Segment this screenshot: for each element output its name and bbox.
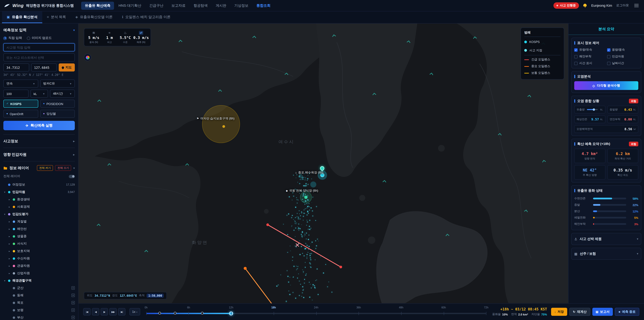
accident-name-input[interactable] [3, 43, 75, 51]
layer-item[interactable]: ▾ 해경관할구역 [3, 277, 75, 284]
main-menu-item[interactable]: 보고자료 [168, 2, 189, 10]
layer-visibility-toggle[interactable] [72, 308, 75, 312]
spill-type-select[interactable]: 연속▼ [3, 80, 38, 88]
model-chip[interactable]: ● 앙상블 [40, 110, 75, 118]
main-menu-item[interactable]: HNS·대기확산 [115, 2, 145, 10]
timeline-track[interactable] [146, 313, 486, 314]
caret-icon[interactable]: ▸ [8, 272, 11, 275]
layer-item[interactable]: ▸ 해안선 [3, 225, 75, 233]
analysis-tab[interactable]: ◈ 유출유확산모델 이론 [70, 12, 117, 23]
layer-item[interactable]: ▸ 계절별 [3, 218, 75, 225]
layer-item[interactable]: 부산 [3, 314, 75, 320]
footer-action-button[interactable]: ↓ 저장 [551, 308, 567, 316]
layer-visibility-toggle[interactable] [72, 294, 75, 297]
palette-button[interactable] [84, 54, 91, 61]
accident-list-input[interactable] [3, 53, 75, 61]
layer-item[interactable]: ▸ 수산자원 [3, 255, 75, 262]
duration-select[interactable]: 48시간▼ [50, 90, 75, 98]
playback-button[interactable]: ▶| [118, 308, 126, 315]
timeline-tick[interactable]: 36h [356, 306, 361, 309]
timeline-tick[interactable]: 48h [399, 306, 404, 309]
radio-direct-input[interactable]: 직접 입력 [3, 36, 22, 40]
layer-visibility-toggle[interactable] [72, 301, 75, 304]
caret-icon[interactable]: ▸ [8, 249, 11, 252]
playback-button[interactable]: ◀ [92, 308, 99, 315]
layers-all-off-button[interactable]: 전체 끄기 [55, 165, 71, 171]
layer-item[interactable]: ▸ 사회경제 [3, 203, 75, 210]
owner-insurance-section[interactable]: ▦ 선주 / 보험 ▾ [571, 248, 641, 260]
timeline-tick[interactable]: 24h [314, 306, 318, 309]
timeline-tick[interactable]: 0h [144, 306, 148, 309]
caret-icon[interactable]: ▾ [3, 279, 6, 282]
timeline-slider[interactable]: 0h 6h 12h 18h 24h 36h 48h 60h 72h [144, 306, 488, 317]
caret-icon[interactable]: ▸ [8, 227, 11, 230]
main-menu-item[interactable]: 항공탐색 [190, 2, 211, 10]
main-menu-item[interactable]: 유출유 확산예측 [81, 2, 114, 10]
spill-amount-input[interactable] [3, 90, 28, 98]
layer-item[interactable]: 보령 [3, 306, 75, 314]
display-checkbox[interactable]: 날짜시간 [607, 61, 638, 66]
caret-icon[interactable]: ▸ [8, 235, 11, 238]
caret-icon[interactable]: ▾ [3, 190, 6, 193]
layer-item[interactable]: ▸ 환경생태 [3, 196, 75, 203]
layer-item[interactable]: 어장정보 17,129 [3, 181, 75, 188]
main-menu-item[interactable]: 게시판 [212, 2, 230, 10]
layer-item[interactable]: ▾ 민감자원 3,947 [3, 188, 75, 196]
caret-icon[interactable]: ▸ [8, 257, 11, 260]
longitude-input[interactable] [31, 64, 57, 72]
left-sidebar[interactable]: 예측정보 입력 ▾ 직접 입력 이미지 업로드 지도 34° 43' 52.32… [0, 24, 78, 320]
timeline-tick[interactable]: 18h [271, 306, 276, 309]
layer-item[interactable]: ▸ 산업자원 [3, 269, 75, 277]
display-checkbox[interactable]: 민감자원 [607, 54, 638, 59]
footer-action-button[interactable]: ▤ 보고서 [592, 308, 613, 316]
layer-item[interactable]: ▸ 보호지역 [3, 247, 75, 255]
wetland-zone-label[interactable]: ⚑ 여자만 습지보호구역 (6h) [196, 116, 234, 121]
layer-item[interactable]: 군산 [3, 284, 75, 292]
caret-icon[interactable]: ▸ [8, 205, 11, 208]
logout-link[interactable]: 로그아웃 [616, 3, 629, 8]
layer-visibility-toggle[interactable] [72, 286, 75, 290]
chevron-down-icon[interactable]: ▾ [73, 28, 75, 32]
event-marker-icon[interactable] [174, 311, 176, 314]
chevron-down-icon[interactable]: ▾ [73, 166, 75, 170]
incident-status-badge[interactable]: 사고 진행중 [554, 2, 579, 9]
beach-label[interactable]: ⌂ 종포 해수욕장 (6h) [295, 170, 323, 175]
pick-on-map-button[interactable]: 지도 [59, 64, 75, 72]
caret-icon[interactable]: ▸ [8, 220, 11, 223]
layer-item[interactable]: ▸ 관광자원 [3, 262, 75, 269]
timeline-tick[interactable]: 6h [187, 306, 190, 309]
master-layer-toggle[interactable] [69, 175, 75, 178]
layer-item[interactable]: 목포 [3, 299, 75, 306]
display-checkbox[interactable]: 풍량/풍속 [607, 48, 638, 52]
timeline-tick[interactable]: 60h [442, 306, 446, 309]
run-prediction-button[interactable]: ✈ 확산예측 실행 [3, 121, 75, 130]
display-checkbox[interactable]: 유량/유속 [574, 48, 606, 52]
layer-item[interactable]: 동해 [3, 292, 75, 299]
model-chip[interactable]: ● OpenDrift [3, 110, 38, 118]
caret-icon[interactable]: ▸ [8, 264, 11, 267]
main-menu-item[interactable]: 긴급구난 [146, 2, 167, 10]
analysis-tab[interactable]: ≡ 분석 목록 [42, 12, 71, 23]
spill-amount-mini-slider[interactable] [587, 109, 598, 110]
main-menu-item[interactable]: 기상정보 [230, 2, 252, 10]
caret-icon[interactable]: ▾ [3, 213, 6, 216]
playback-button[interactable]: ▶ [100, 308, 108, 315]
sensitive-resources-section[interactable]: 영향 민감자원▸ [3, 148, 75, 161]
caret-icon[interactable]: ▸ [8, 242, 11, 245]
latitude-input[interactable] [3, 64, 29, 72]
layer-item[interactable]: ▸ 생물종 [3, 233, 75, 240]
layer-item[interactable]: ▸ 서식지 [3, 240, 75, 247]
event-marker-icon[interactable] [201, 311, 204, 314]
timeline-tick[interactable]: 72h [484, 306, 488, 309]
notification-bell-icon[interactable] [583, 3, 587, 8]
oil-type-select[interactable]: 벙커C유▼ [40, 80, 75, 88]
analysis-tab[interactable]: ℹ 오일펜스 배치 알고리즘 이론 [118, 12, 175, 23]
model-chip[interactable]: ● POSEIDON [40, 100, 75, 108]
unit-select[interactable]: kL▼ [30, 90, 48, 98]
event-marker-icon[interactable] [158, 311, 161, 314]
caret-icon[interactable]: ▸ [8, 198, 11, 201]
footer-action-button[interactable]: ■ 예측 종료 [615, 308, 639, 316]
polygon-analysis-button[interactable]: ◇ 다각형 분석수행 [574, 81, 638, 90]
predict-section-header[interactable]: 예측정보 입력 ▾ [3, 27, 75, 35]
radio-image-upload[interactable]: 이미지 업로드 [27, 36, 52, 40]
